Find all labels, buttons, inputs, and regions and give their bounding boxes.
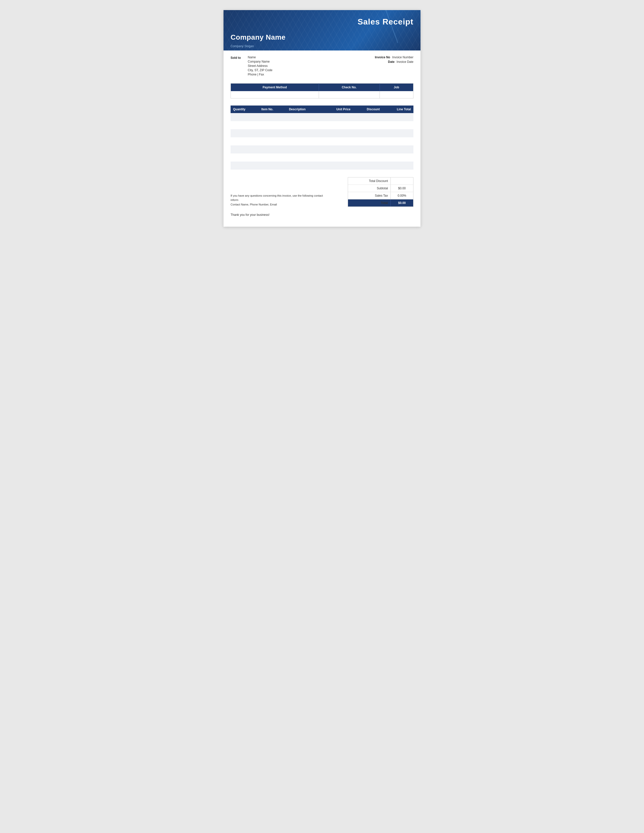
buyer-phone: Phone | Fax [248,73,272,76]
thank-you-message: Thank you for your business! [224,209,420,217]
items-cell-4-4 [353,145,382,153]
total-label: Total [348,200,390,206]
job-header: Job [380,84,413,92]
totals-block: Total Discount Subtotal $0.00 Sales Tax … [348,177,414,207]
items-cell-0-0 [230,113,259,121]
items-cell-3-1 [259,137,287,145]
footer-note: If you have any questions concerning thi… [230,194,327,207]
items-cell-2-4 [353,129,382,137]
items-cell-2-0 [230,129,259,137]
items-cell-4-3 [322,145,353,153]
items-cell-0-3 [322,113,353,121]
items-cell-6-1 [259,162,287,170]
items-cell-3-5 [382,137,414,145]
description-header: Description [287,106,322,113]
check-no-header: Check No. [319,84,380,92]
buyer-company: Company Name [248,60,272,63]
items-cell-3-3 [322,137,353,145]
items-row-5 [230,153,414,162]
items-cell-3-4 [353,137,382,145]
sold-to-block: Sold to Name Company Name Street Address… [230,56,272,76]
buyer-city: City, ST, ZIP Code [248,68,272,72]
subtotal-label: Subtotal [348,185,390,191]
items-cell-4-1 [259,145,287,153]
items-cell-5-5 [382,153,414,162]
items-cell-6-4 [353,162,382,170]
totals-section: If you have any questions concerning thi… [224,172,420,209]
items-cell-0-1 [259,113,287,121]
tax-row: Sales Tax 0.00% [348,192,413,199]
sold-to-label: Sold to [230,56,244,76]
items-cell-0-2 [287,113,322,121]
buyer-street: Street Address [248,64,272,68]
items-cell-2-3 [322,129,353,137]
items-cell-1-0 [230,121,259,129]
items-cell-5-2 [287,153,322,162]
unit-price-header: Unit Price [322,106,353,113]
document-title: Sales Receipt [357,17,414,26]
sold-to-details: Name Company Name Street Address City, S… [248,56,272,76]
header-banner: Company Name Company Slogan Sales Receip… [224,10,420,50]
company-slogan: Company Slogan [230,44,254,48]
discount-label: Total Discount [348,178,390,184]
items-cell-6-3 [322,162,353,170]
items-cell-5-0 [230,153,259,162]
items-cell-2-1 [259,129,287,137]
invoice-no-value: Invoice Number [392,56,414,59]
invoice-no-row: Invoice No Invoice Number [375,56,414,59]
items-row-0 [230,113,414,121]
discount-header: Discount [353,106,382,113]
discount-value [390,177,413,185]
job-cell [380,91,413,98]
totals-outer: Total Discount Subtotal $0.00 Sales Tax … [348,177,414,207]
qty-header: Quantity [230,106,259,113]
items-cell-5-1 [259,153,287,162]
company-name: Company Name [230,33,286,42]
invoice-date-label: Date [388,60,394,64]
sales-receipt-page: Company Name Company Slogan Sales Receip… [224,10,420,227]
payment-method-cell [231,91,319,98]
items-cell-2-2 [287,129,322,137]
payment-method-header: Payment Method [231,84,319,92]
items-row-3 [230,137,414,145]
total-final-row: Total $0.00 [348,199,413,207]
items-cell-1-5 [382,121,414,129]
items-cell-5-4 [353,153,382,162]
payment-header-row: Payment Method Check No. Job [231,84,414,92]
subtotal-value: $0.00 [390,185,413,192]
items-cell-1-1 [259,121,287,129]
items-row-1 [230,121,414,129]
discount-row: Total Discount [348,177,413,185]
buyer-name: Name [248,56,272,59]
items-cell-3-0 [230,137,259,145]
items-table: Quantity Item No. Description Unit Price… [230,106,414,170]
invoice-date-row: Date Invoice Date [388,60,414,64]
contact-details: Contact Name, Phone Number, Email [230,203,277,206]
items-cell-4-0 [230,145,259,153]
items-cell-4-2 [287,145,322,153]
items-cell-6-5 [382,162,414,170]
payment-data-row [231,91,414,98]
tax-label: Sales Tax [348,193,390,199]
contact-note: If you have any questions concerning thi… [230,194,323,202]
invoice-date-value: Invoice Date [396,60,414,64]
invoice-no-label: Invoice No [375,56,390,59]
total-value: $0.00 [390,199,413,206]
check-no-cell [319,91,380,98]
items-cell-3-2 [287,137,322,145]
items-cell-5-3 [322,153,353,162]
item-no-header: Item No. [259,106,287,113]
items-row-6 [230,162,414,170]
items-cell-0-4 [353,113,382,121]
items-cell-1-2 [287,121,322,129]
items-cell-4-5 [382,145,414,153]
items-cell-6-0 [230,162,259,170]
items-row-2 [230,129,414,137]
items-header-row: Quantity Item No. Description Unit Price… [230,106,414,113]
payment-section: Payment Method Check No. Job [224,79,420,101]
tax-value: 0.00% [390,192,413,199]
info-section: Sold to Name Company Name Street Address… [224,50,420,79]
items-section: Quantity Item No. Description Unit Price… [224,101,420,172]
items-cell-2-5 [382,129,414,137]
items-cell-1-4 [353,121,382,129]
